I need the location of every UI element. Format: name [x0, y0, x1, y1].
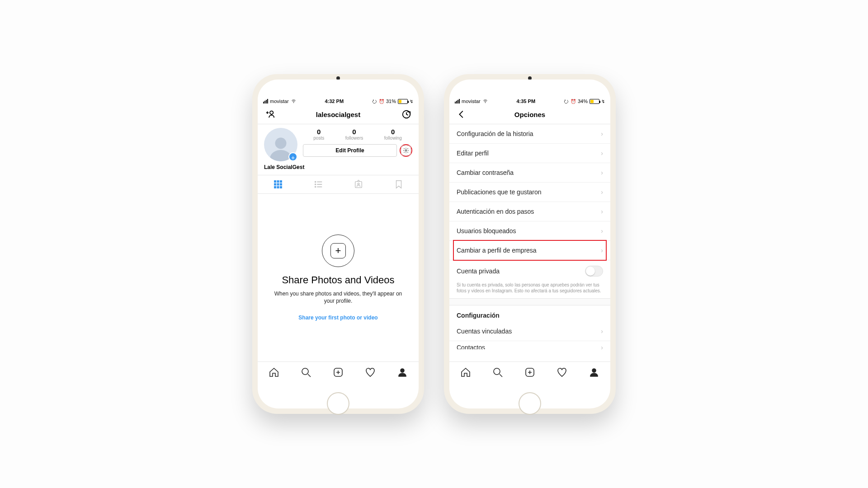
tab-grid[interactable] — [258, 175, 298, 193]
private-account-toggle[interactable] — [585, 266, 603, 277]
svg-point-24 — [302, 368, 308, 375]
svg-point-29 — [401, 369, 404, 372]
nav-add[interactable] — [322, 362, 354, 382]
bookmark-icon — [394, 179, 404, 189]
nav-search[interactable] — [481, 362, 514, 382]
stat-posts[interactable]: 0 posts — [313, 128, 324, 141]
tab-tagged[interactable] — [338, 175, 378, 193]
stat-posts-label: posts — [313, 136, 324, 141]
wifi-icon — [291, 99, 297, 103]
add-post-icon — [524, 367, 535, 378]
nav-profile[interactable] — [387, 362, 419, 382]
wifi-icon — [482, 99, 488, 103]
home-icon — [269, 367, 279, 378]
charging-icon: ↯ — [410, 99, 413, 104]
nav-home[interactable] — [449, 362, 481, 382]
nav-home[interactable] — [258, 362, 290, 382]
discover-people-button[interactable] — [264, 108, 276, 120]
nav-search[interactable] — [290, 362, 322, 382]
stat-followers[interactable]: 0 followers — [345, 128, 363, 141]
nav-activity[interactable] — [354, 362, 387, 382]
search-icon — [301, 367, 311, 378]
chevron-right-icon: › — [601, 227, 603, 235]
chevron-right-icon: › — [601, 169, 603, 176]
stat-following[interactable]: 0 following — [384, 128, 402, 141]
svg-point-5 — [275, 138, 287, 149]
iphone-home-button[interactable] — [519, 392, 541, 415]
setting-contacts[interactable]: Contactos › — [449, 341, 610, 349]
signal-bars-icon — [455, 99, 460, 103]
profile-tabs — [258, 175, 419, 194]
empty-state-icon: + — [322, 235, 354, 267]
clock-label: 4:32 PM — [325, 99, 344, 104]
svg-point-30 — [485, 103, 485, 103]
setting-private-account[interactable]: Cuenta privada — [449, 260, 610, 282]
settings-section-title: Configuración — [449, 305, 610, 322]
svg-point-3 — [270, 111, 273, 114]
section-separator — [449, 298, 610, 305]
setting-blocked-users[interactable]: Usuarios bloqueados › — [449, 221, 610, 240]
nav-add[interactable] — [514, 362, 546, 382]
settings-button[interactable] — [401, 145, 411, 155]
setting-label: Autenticación en dos pasos — [457, 208, 534, 215]
profile-info-row: + 0 posts 0 followers 0 following — [258, 124, 419, 161]
nav-profile[interactable] — [578, 362, 610, 382]
svg-point-31 — [494, 368, 500, 375]
battery-icon — [590, 99, 599, 104]
settings-button-highlight — [400, 144, 412, 157]
battery-icon — [398, 99, 408, 104]
display-name: Lale SocialGest — [258, 161, 419, 175]
nav-activity[interactable] — [546, 362, 578, 382]
settings-list[interactable]: Configuración de la historia › Editar pe… — [449, 124, 610, 361]
setting-label: Editar perfil — [457, 150, 489, 157]
back-button[interactable] — [456, 108, 467, 120]
setting-liked-posts[interactable]: Publicaciones que te gustaron › — [449, 183, 610, 202]
grid-icon — [273, 179, 283, 189]
setting-change-password[interactable]: Cambiar contraseña › — [449, 163, 610, 182]
setting-label: Cuenta privada — [457, 267, 500, 275]
setting-story-config[interactable]: Configuración de la historia › — [449, 124, 610, 143]
chevron-right-icon: › — [601, 150, 603, 157]
svg-point-0 — [293, 103, 293, 103]
svg-rect-14 — [277, 187, 279, 188]
alarm-icon: ⏰ — [379, 99, 384, 104]
chevron-right-icon: › — [601, 344, 603, 349]
tagged-icon — [354, 179, 363, 189]
setting-switch-business[interactable]: Cambiar a perfil de empresa › — [454, 241, 606, 260]
empty-state: + Share Photos and Videos When you share… — [258, 194, 419, 361]
profile-icon — [397, 367, 408, 378]
setting-label: Usuarios bloqueados — [457, 227, 516, 235]
setting-linked-accounts[interactable]: Cuentas vinculadas › — [449, 322, 610, 341]
empty-state-title: Share Photos and Videos — [282, 274, 394, 286]
svg-line-25 — [308, 374, 311, 377]
svg-point-16 — [315, 182, 316, 183]
profile-avatar[interactable]: + — [264, 128, 297, 161]
stat-following-count: 0 — [384, 128, 402, 136]
svg-rect-8 — [277, 181, 279, 183]
svg-rect-12 — [280, 183, 282, 185]
svg-rect-7 — [274, 181, 276, 183]
phone-right: movistar 4:35 PM ⭮ ⏰ 34% ↯ — [444, 74, 616, 414]
svg-rect-11 — [277, 183, 279, 185]
alarm-icon: ⏰ — [571, 99, 576, 104]
options-title: Opciones — [449, 111, 610, 118]
share-first-link[interactable]: Share your first photo or video — [298, 314, 377, 321]
chevron-right-icon: › — [601, 208, 603, 215]
chevron-right-icon: › — [601, 247, 603, 254]
search-icon — [492, 367, 503, 378]
edit-profile-button[interactable]: Edit Profile — [303, 144, 397, 157]
empty-state-subtitle: When you share photos and videos, they'l… — [271, 291, 405, 305]
bottom-nav — [258, 361, 419, 382]
charging-icon: ↯ — [601, 99, 605, 104]
add-story-badge[interactable]: + — [288, 152, 297, 161]
signal-bars-icon — [263, 99, 268, 103]
setting-2fa[interactable]: Autenticación en dos pasos › — [449, 202, 610, 221]
iphone-home-button[interactable] — [327, 392, 349, 415]
archive-button[interactable] — [401, 108, 412, 120]
tab-list[interactable] — [298, 175, 338, 193]
setting-edit-profile[interactable]: Editar perfil › — [449, 144, 610, 163]
battery-pct-label: 34% — [578, 99, 588, 104]
tab-saved[interactable] — [378, 175, 419, 193]
svg-point-23 — [358, 183, 359, 185]
stat-posts-count: 0 — [313, 128, 324, 136]
